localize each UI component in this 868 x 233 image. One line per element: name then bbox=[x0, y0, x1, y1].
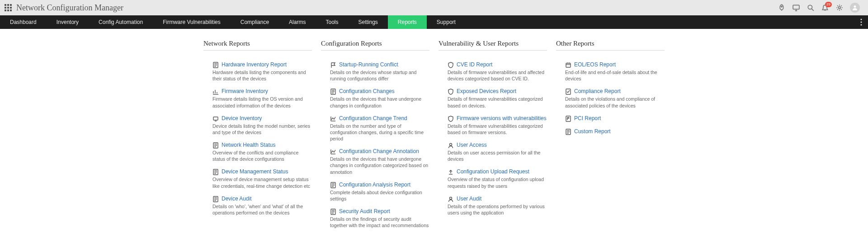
doc-lines-icon bbox=[330, 182, 336, 188]
report-item: EOL/EOS ReportEnd-of-life and end-of-sal… bbox=[565, 61, 665, 82]
report-desc: Details on the violations and compliance… bbox=[565, 96, 665, 108]
doc-lines-icon bbox=[330, 209, 336, 215]
report-link[interactable]: Exposed Devices Report bbox=[457, 88, 516, 94]
report-item: CVE ID ReportDetails of firmware vulnera… bbox=[448, 61, 547, 82]
monitor-icon[interactable] bbox=[792, 4, 800, 12]
search-icon[interactable] bbox=[807, 4, 815, 12]
notifications-button[interactable]: 29 bbox=[821, 4, 829, 12]
report-link[interactable]: Security Audit Report bbox=[339, 208, 390, 214]
reports-content: Network ReportsHardware Inventory Report… bbox=[0, 29, 868, 233]
items: Startup-Running ConflictDetails on the d… bbox=[321, 61, 429, 228]
shield-icon bbox=[448, 89, 454, 95]
doc-lines-icon bbox=[330, 89, 336, 95]
column-network-reports: Network ReportsHardware Inventory Report… bbox=[203, 40, 312, 233]
report-link[interactable]: Configuration Analysis Report bbox=[339, 182, 410, 188]
nav-compliance[interactable]: Compliance bbox=[231, 15, 279, 29]
doc-check-icon bbox=[565, 89, 571, 95]
report-desc: Hardware details listing the components … bbox=[212, 69, 312, 82]
nav-inventory[interactable]: Inventory bbox=[47, 15, 89, 29]
report-link[interactable]: User Audit bbox=[457, 196, 481, 202]
report-link[interactable]: Custom Report bbox=[574, 128, 611, 135]
report-desc: Details on the devices whose startup and… bbox=[330, 69, 429, 82]
upload-icon bbox=[448, 169, 454, 175]
report-desc: Overview of device management setup stat… bbox=[212, 176, 312, 189]
report-link[interactable]: Hardware Inventory Report bbox=[222, 61, 287, 68]
report-item: Compliance ReportDetails on the violatio… bbox=[565, 88, 665, 108]
nav-settings[interactable]: Settings bbox=[348, 15, 387, 29]
report-desc: Details on the number and type of config… bbox=[330, 123, 429, 142]
report-item: Startup-Running ConflictDetails on the d… bbox=[330, 61, 429, 82]
column-title: Other Reports bbox=[556, 40, 665, 51]
apps-grid-icon[interactable] bbox=[5, 4, 12, 11]
nav-firmware-vulnerabilities[interactable]: Firmware Vulnerabilities bbox=[153, 15, 231, 29]
report-link[interactable]: Configuration Changes bbox=[339, 88, 395, 94]
report-desc: Details on user access permission for al… bbox=[448, 149, 547, 162]
top-header: Network Configuration Manager 29 bbox=[0, 0, 868, 15]
report-item: Configuration Change TrendDetails on the… bbox=[330, 115, 429, 142]
report-item: Exposed Devices ReportDetails of firmwar… bbox=[448, 88, 547, 108]
report-desc: Details on the devices that have undergo… bbox=[330, 96, 429, 108]
avatar[interactable] bbox=[850, 3, 860, 13]
nav-alarms[interactable]: Alarms bbox=[279, 15, 316, 29]
report-item: Configuration ChangesDetails on the devi… bbox=[330, 88, 429, 108]
report-link[interactable]: Configuration Upload Request bbox=[457, 168, 529, 175]
nav-support[interactable]: Support bbox=[427, 15, 466, 29]
report-link[interactable]: Device Audit bbox=[222, 196, 252, 202]
chart-icon bbox=[330, 116, 336, 122]
report-desc: Details on 'who', 'when' and 'what' of a… bbox=[212, 203, 312, 216]
column-vulnerability-user-reports: Vulnerability & User ReportsCVE ID Repor… bbox=[439, 40, 547, 233]
report-link[interactable]: CVE ID Report bbox=[457, 61, 492, 68]
report-link[interactable]: Device Inventory bbox=[222, 115, 262, 121]
report-item: Device Management StatusOverview of devi… bbox=[212, 168, 312, 189]
report-link[interactable]: Configuration Change Annotation bbox=[339, 148, 419, 154]
report-link[interactable]: User Access bbox=[457, 142, 487, 148]
settings-icon[interactable] bbox=[835, 4, 844, 12]
column-title: Vulnerability & User Reports bbox=[439, 40, 547, 51]
nav-more-button[interactable] bbox=[854, 15, 868, 29]
device-icon bbox=[212, 116, 219, 122]
main-nav: DashboardInventoryConfig AutomationFirmw… bbox=[0, 15, 868, 29]
shield-icon bbox=[448, 116, 454, 122]
report-link[interactable]: Startup-Running Conflict bbox=[339, 61, 398, 68]
report-item: Security Audit ReportDetails on the find… bbox=[330, 208, 429, 228]
nav-config-automation[interactable]: Config Automation bbox=[89, 15, 153, 29]
report-item: Firmware InventoryFirmware details listi… bbox=[212, 88, 312, 108]
report-item: Configuration Change AnnotationDetails o… bbox=[330, 148, 429, 175]
report-link[interactable]: PCI Report bbox=[574, 115, 601, 121]
nav-dashboard[interactable]: Dashboard bbox=[0, 15, 47, 29]
rocket-icon[interactable] bbox=[778, 4, 786, 12]
column-title: Network Reports bbox=[203, 40, 312, 51]
report-item: Device AuditDetails on 'who', 'when' and… bbox=[212, 196, 312, 216]
shield-icon bbox=[448, 62, 454, 68]
report-item: Firmware versions with vulnerabilitiesDe… bbox=[448, 115, 547, 135]
report-desc: Complete details about device configurat… bbox=[330, 189, 429, 202]
header-right: 29 bbox=[778, 3, 863, 13]
calendar-icon bbox=[565, 62, 571, 68]
report-link[interactable]: Compliance Report bbox=[574, 88, 621, 94]
app-title: Network Configuration Manager bbox=[16, 3, 123, 13]
report-desc: Device details listing the model number,… bbox=[212, 123, 312, 135]
report-link[interactable]: Device Management Status bbox=[222, 168, 288, 175]
report-desc: Overview of the status of configuration … bbox=[448, 176, 547, 189]
report-link[interactable]: Configuration Change Trend bbox=[339, 115, 407, 121]
nav-tools[interactable]: Tools bbox=[316, 15, 348, 29]
svg-point-30 bbox=[861, 22, 862, 23]
report-item: User AuditDetails of the operations perf… bbox=[448, 196, 547, 216]
report-item: Configuration Upload RequestOverview of … bbox=[448, 168, 547, 189]
report-desc: End-of-life and end-of-sale details abou… bbox=[565, 69, 665, 82]
doc-lines-icon bbox=[212, 142, 219, 149]
report-desc: Details on the findings of security audi… bbox=[330, 216, 429, 228]
report-link[interactable]: EOL/EOS Report bbox=[574, 61, 616, 68]
report-link[interactable]: Firmware Inventory bbox=[222, 88, 268, 94]
svg-point-31 bbox=[861, 24, 862, 26]
report-desc: Details of firmware vulnerabilities and … bbox=[448, 69, 547, 82]
doc-lines-icon bbox=[212, 169, 219, 175]
column-other-reports: Other ReportsEOL/EOS ReportEnd-of-life a… bbox=[556, 40, 665, 233]
report-link[interactable]: Firmware versions with vulnerabilities bbox=[457, 115, 547, 121]
report-item: PCI Report bbox=[565, 115, 665, 122]
flag-icon bbox=[330, 62, 336, 68]
doc-lines-icon bbox=[212, 62, 219, 68]
nav-reports[interactable]: Reports bbox=[388, 15, 427, 29]
report-desc: Details of firmware vulnerabilities cate… bbox=[448, 96, 547, 108]
report-link[interactable]: Network Health Status bbox=[222, 142, 275, 148]
